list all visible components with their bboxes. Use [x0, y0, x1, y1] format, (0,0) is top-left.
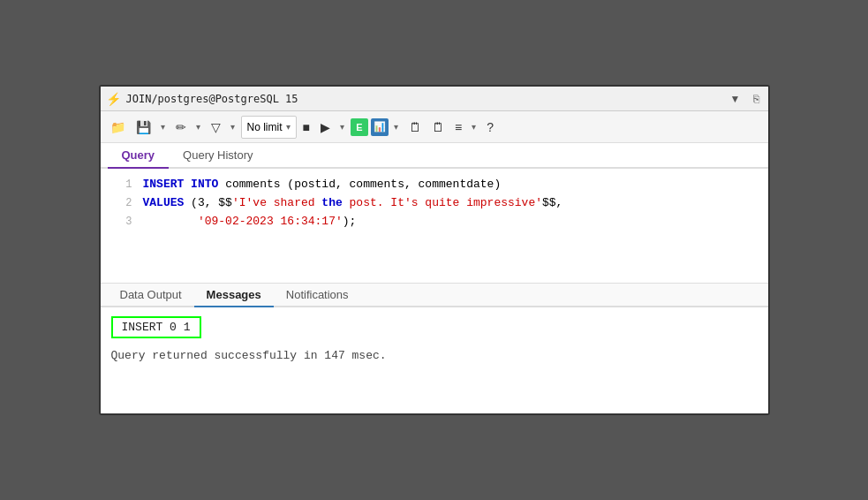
save-group: 💾 ▾ — [132, 116, 170, 139]
run-button[interactable]: ▶ — [316, 116, 335, 139]
sql-editor[interactable]: 1 INSERT INTO comments (postid, comments… — [101, 169, 768, 284]
explain-badge[interactable]: E — [351, 118, 368, 136]
result-area: INSERT 0 1 Query returned successfully i… — [101, 307, 768, 413]
str-value: 'I've shared — [232, 196, 321, 209]
str-value2: post. It's quite impressive' — [343, 196, 542, 209]
code-line-1: 1 INSERT INTO comments (postid, comments… — [101, 176, 768, 194]
code-line-3: 3 '09-02-2023 16:34:17'); — [101, 213, 768, 231]
result-message-text: Query returned successfully in 147 msec. — [111, 349, 387, 362]
open-file-button[interactable]: 📁 — [106, 116, 130, 139]
query-tab-bar: Query Query History — [101, 143, 768, 169]
result-box-text: INSERT 0 1 — [122, 321, 191, 334]
tab-query-history[interactable]: Query History — [169, 143, 267, 169]
result-tab-bar: Data Output Messages Notifications — [101, 284, 768, 307]
kw-the: the — [321, 196, 342, 209]
values-end: $$, — [542, 196, 562, 209]
code-line-2: 2 VALUES (3, $$'I've shared the post. It… — [101, 194, 768, 213]
filter-group: ▽ ▾ — [207, 116, 239, 139]
connection-text: JOIN/postgres@PostgreSQL 15 — [126, 93, 721, 105]
filter-dropdown-button[interactable]: ▾ — [226, 116, 239, 139]
run-dropdown-button[interactable]: ▾ — [336, 116, 349, 139]
str-date: '09-02-2023 16:34:17' — [143, 215, 343, 228]
save-button[interactable]: 💾 — [132, 116, 155, 139]
result-message: Query returned successfully in 147 msec. — [111, 349, 758, 362]
list-group: ≡ ▾ — [450, 116, 480, 139]
connection-copy-btn[interactable]: ⎘ — [750, 92, 763, 106]
stop-button[interactable]: ■ — [298, 116, 314, 139]
tab-notifications[interactable]: Notifications — [274, 284, 361, 307]
chart-badge[interactable]: 📊 — [371, 118, 389, 136]
code-content-1: INSERT INTO comments (postid, comments, … — [143, 176, 761, 194]
line-number-2: 2 — [108, 194, 132, 212]
edit-button[interactable]: ✏ — [171, 116, 191, 139]
scratch-button[interactable]: 🗒 — [404, 116, 426, 139]
edit-dropdown-button[interactable]: ▾ — [192, 116, 205, 139]
close-paren: ); — [343, 215, 357, 228]
list-button[interactable]: ≡ — [450, 116, 466, 139]
tab-query[interactable]: Query — [108, 143, 170, 169]
line-number-1: 1 — [108, 176, 132, 193]
code-content-2: VALUES (3, $$'I've shared the post. It's… — [143, 194, 761, 213]
values-start: (3, $$ — [191, 196, 232, 209]
run-group: ▶ ▾ — [316, 116, 349, 139]
code-content-3: '09-02-2023 16:34:17'); — [143, 213, 761, 231]
filter-button[interactable]: ▽ — [207, 116, 225, 139]
toolbar: 📁 💾 ▾ ✏ ▾ ▽ ▾ No limit ▾ ■ ▶ ▾ E 📊 ▾ 🗒 🗒 — [101, 111, 768, 143]
macro-button[interactable]: 🗒 — [427, 116, 449, 139]
connection-bar: ⚡ JOIN/postgres@PostgreSQL 15 ▼ ⎘ — [101, 87, 768, 111]
connection-dropdown-btn[interactable]: ▼ — [727, 92, 744, 106]
explain-dropdown-button[interactable]: ▾ — [389, 116, 403, 139]
limit-dropdown[interactable]: No limit ▾ — [241, 116, 297, 139]
result-box: INSERT 0 1 — [111, 316, 201, 338]
tab-data-output[interactable]: Data Output — [108, 284, 194, 307]
kw-values: VALUES — [143, 196, 192, 209]
line-number-3: 3 — [108, 213, 132, 231]
help-button[interactable]: ? — [482, 116, 498, 139]
list-dropdown-button[interactable]: ▾ — [467, 116, 480, 139]
col-list: (postid, comments, commentdate) — [287, 178, 501, 191]
tbl-comments: comments — [225, 178, 287, 191]
main-window: ⚡ JOIN/postgres@PostgreSQL 15 ▼ ⎘ 📁 💾 ▾ … — [99, 85, 770, 415]
connection-icon: ⚡ — [106, 92, 121, 106]
limit-chevron-icon: ▾ — [286, 122, 291, 132]
kw-insert: INSERT INTO — [143, 178, 226, 191]
save-dropdown-button[interactable]: ▾ — [156, 116, 170, 139]
explain-group: E 📊 ▾ — [351, 116, 403, 139]
limit-label: No limit — [247, 121, 283, 133]
tab-messages[interactable]: Messages — [194, 284, 274, 307]
edit-group: ✏ ▾ — [171, 116, 205, 139]
